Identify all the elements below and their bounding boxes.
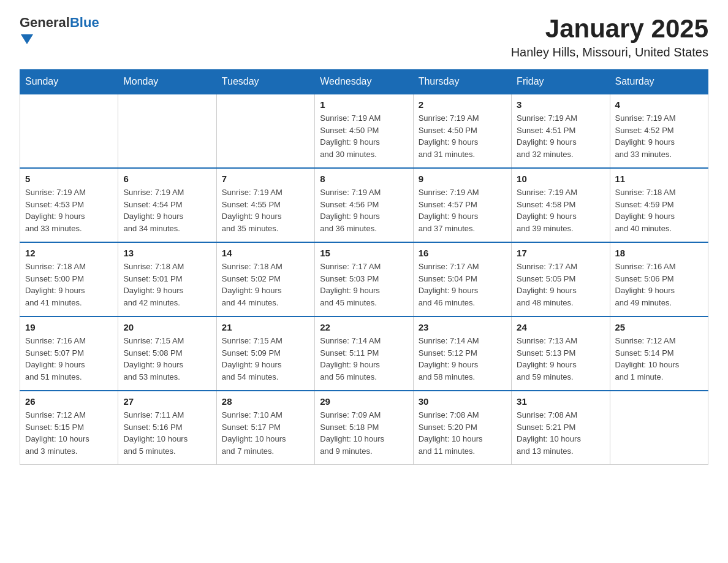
calendar-day-cell: 31Sunrise: 7:08 AM Sunset: 5:21 PM Dayli… [512,391,610,465]
calendar-week-row: 1Sunrise: 7:19 AM Sunset: 4:50 PM Daylig… [20,94,708,168]
calendar-day-cell: 13Sunrise: 7:18 AM Sunset: 5:01 PM Dayli… [118,242,216,316]
calendar-day-cell: 19Sunrise: 7:16 AM Sunset: 5:07 PM Dayli… [20,316,118,391]
logo-triangle-icon [21,34,33,44]
day-number: 2 [419,99,506,110]
day-number: 5 [25,174,113,184]
calendar-title: January 2025 [511,15,708,43]
calendar-day-cell: 22Sunrise: 7:14 AM Sunset: 5:11 PM Dayli… [315,316,413,391]
calendar-day-cell: 4Sunrise: 7:19 AM Sunset: 4:52 PM Daylig… [610,94,708,168]
logo: GeneralBlue [20,15,99,44]
day-number: 7 [222,174,309,184]
day-info: Sunrise: 7:08 AM Sunset: 5:21 PM Dayligh… [517,409,604,457]
day-number: 19 [25,322,113,332]
day-info: Sunrise: 7:19 AM Sunset: 4:55 PM Dayligh… [222,186,309,234]
calendar-day-cell: 16Sunrise: 7:17 AM Sunset: 5:04 PM Dayli… [413,242,511,316]
day-info: Sunrise: 7:18 AM Sunset: 4:59 PM Dayligh… [615,186,703,234]
day-of-week-header: Thursday [413,70,511,94]
day-of-week-header: Tuesday [216,70,314,94]
calendar-day-cell: 6Sunrise: 7:19 AM Sunset: 4:54 PM Daylig… [118,168,216,242]
day-info: Sunrise: 7:19 AM Sunset: 4:54 PM Dayligh… [123,186,211,234]
day-of-week-header: Friday [512,70,610,94]
day-of-week-header: Wednesday [315,70,413,94]
day-info: Sunrise: 7:08 AM Sunset: 5:20 PM Dayligh… [419,409,506,457]
logo-blue-text: Blue [70,15,99,30]
day-info: Sunrise: 7:11 AM Sunset: 5:16 PM Dayligh… [123,409,211,457]
day-info: Sunrise: 7:13 AM Sunset: 5:13 PM Dayligh… [517,335,604,383]
day-info: Sunrise: 7:18 AM Sunset: 5:00 PM Dayligh… [25,261,113,308]
day-number: 8 [320,174,408,184]
calendar-table: SundayMondayTuesdayWednesdayThursdayFrid… [20,69,708,465]
page-header: GeneralBlue January 2025 Hanley Hills, M… [20,15,708,59]
calendar-day-cell: 26Sunrise: 7:12 AM Sunset: 5:15 PM Dayli… [20,391,118,465]
calendar-day-cell [118,94,216,168]
calendar-day-cell: 14Sunrise: 7:18 AM Sunset: 5:02 PM Dayli… [216,242,314,316]
day-info: Sunrise: 7:14 AM Sunset: 5:11 PM Dayligh… [320,335,408,383]
calendar-day-cell: 23Sunrise: 7:14 AM Sunset: 5:12 PM Dayli… [413,316,511,391]
calendar-day-cell: 9Sunrise: 7:19 AM Sunset: 4:57 PM Daylig… [413,168,511,242]
calendar-day-cell: 1Sunrise: 7:19 AM Sunset: 4:50 PM Daylig… [315,94,413,168]
day-info: Sunrise: 7:17 AM Sunset: 5:03 PM Dayligh… [320,261,408,308]
calendar-day-cell: 11Sunrise: 7:18 AM Sunset: 4:59 PM Dayli… [610,168,708,242]
calendar-day-cell: 20Sunrise: 7:15 AM Sunset: 5:08 PM Dayli… [118,316,216,391]
day-number: 25 [615,322,703,332]
day-info: Sunrise: 7:09 AM Sunset: 5:18 PM Dayligh… [320,409,408,457]
calendar-day-cell [610,391,708,465]
day-info: Sunrise: 7:16 AM Sunset: 5:07 PM Dayligh… [25,335,113,383]
title-section: January 2025 Hanley Hills, Missouri, Uni… [511,15,708,59]
day-number: 6 [123,174,211,184]
day-number: 28 [222,396,309,407]
day-number: 22 [320,322,408,332]
day-number: 14 [222,248,309,258]
day-number: 16 [419,248,506,258]
day-info: Sunrise: 7:15 AM Sunset: 5:09 PM Dayligh… [222,335,309,383]
logo-wordmark: GeneralBlue [20,15,99,44]
calendar-week-row: 12Sunrise: 7:18 AM Sunset: 5:00 PM Dayli… [20,242,708,316]
day-number: 29 [320,396,408,407]
day-info: Sunrise: 7:18 AM Sunset: 5:01 PM Dayligh… [123,261,211,308]
day-number: 9 [419,174,506,184]
calendar-day-cell [20,94,118,168]
day-info: Sunrise: 7:19 AM Sunset: 4:51 PM Dayligh… [517,112,604,160]
logo-general-text: General [20,15,70,30]
day-info: Sunrise: 7:17 AM Sunset: 5:05 PM Dayligh… [517,261,604,308]
day-number: 30 [419,396,506,407]
calendar-day-cell: 27Sunrise: 7:11 AM Sunset: 5:16 PM Dayli… [118,391,216,465]
day-info: Sunrise: 7:19 AM Sunset: 4:50 PM Dayligh… [320,112,408,160]
calendar-week-row: 26Sunrise: 7:12 AM Sunset: 5:15 PM Dayli… [20,391,708,465]
day-number: 11 [615,174,703,184]
calendar-week-row: 19Sunrise: 7:16 AM Sunset: 5:07 PM Dayli… [20,316,708,391]
day-number: 3 [517,99,604,110]
day-info: Sunrise: 7:18 AM Sunset: 5:02 PM Dayligh… [222,261,309,308]
day-info: Sunrise: 7:19 AM Sunset: 4:57 PM Dayligh… [419,186,506,234]
calendar-day-cell: 8Sunrise: 7:19 AM Sunset: 4:56 PM Daylig… [315,168,413,242]
day-number: 17 [517,248,604,258]
day-number: 26 [25,396,113,407]
calendar-day-cell [216,94,314,168]
calendar-week-row: 5Sunrise: 7:19 AM Sunset: 4:53 PM Daylig… [20,168,708,242]
calendar-day-cell: 28Sunrise: 7:10 AM Sunset: 5:17 PM Dayli… [216,391,314,465]
day-number: 15 [320,248,408,258]
day-info: Sunrise: 7:12 AM Sunset: 5:15 PM Dayligh… [25,409,113,457]
day-info: Sunrise: 7:10 AM Sunset: 5:17 PM Dayligh… [222,409,309,457]
day-info: Sunrise: 7:15 AM Sunset: 5:08 PM Dayligh… [123,335,211,383]
day-number: 24 [517,322,604,332]
calendar-day-cell: 21Sunrise: 7:15 AM Sunset: 5:09 PM Dayli… [216,316,314,391]
day-info: Sunrise: 7:19 AM Sunset: 4:50 PM Dayligh… [419,112,506,160]
calendar-day-cell: 25Sunrise: 7:12 AM Sunset: 5:14 PM Dayli… [610,316,708,391]
calendar-day-cell: 24Sunrise: 7:13 AM Sunset: 5:13 PM Dayli… [512,316,610,391]
calendar-day-cell: 17Sunrise: 7:17 AM Sunset: 5:05 PM Dayli… [512,242,610,316]
calendar-day-cell: 7Sunrise: 7:19 AM Sunset: 4:55 PM Daylig… [216,168,314,242]
day-number: 12 [25,248,113,258]
day-number: 27 [123,396,211,407]
calendar-header-row: SundayMondayTuesdayWednesdayThursdayFrid… [20,70,708,94]
calendar-day-cell: 15Sunrise: 7:17 AM Sunset: 5:03 PM Dayli… [315,242,413,316]
day-info: Sunrise: 7:19 AM Sunset: 4:52 PM Dayligh… [615,112,703,160]
day-info: Sunrise: 7:16 AM Sunset: 5:06 PM Dayligh… [615,261,703,308]
day-info: Sunrise: 7:17 AM Sunset: 5:04 PM Dayligh… [419,261,506,308]
calendar-day-cell: 29Sunrise: 7:09 AM Sunset: 5:18 PM Dayli… [315,391,413,465]
day-number: 20 [123,322,211,332]
calendar-day-cell: 18Sunrise: 7:16 AM Sunset: 5:06 PM Dayli… [610,242,708,316]
calendar-day-cell: 3Sunrise: 7:19 AM Sunset: 4:51 PM Daylig… [512,94,610,168]
calendar-day-cell: 30Sunrise: 7:08 AM Sunset: 5:20 PM Dayli… [413,391,511,465]
day-of-week-header: Sunday [20,70,118,94]
